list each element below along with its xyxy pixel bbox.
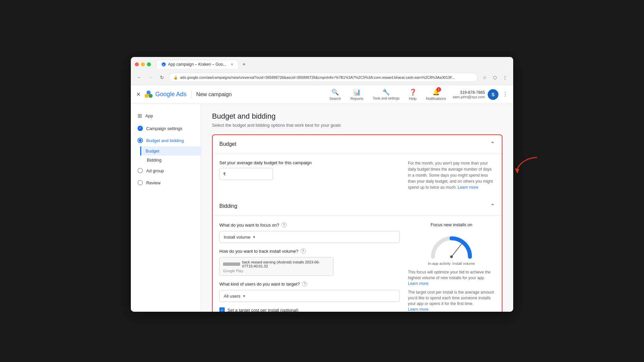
svg-text:A: A — [163, 63, 165, 66]
focus-dropdown-value: Install volume — [224, 235, 250, 240]
bidding-collapse-button[interactable]: ⌃ — [490, 202, 495, 210]
users-dropdown-value: All users — [224, 294, 240, 299]
red-arrow-annotation — [513, 154, 540, 176]
users-question: What kind of users do you want to target… — [219, 281, 400, 287]
budget-bidding-card: Budget ⌃ Set your average daily budget f… — [212, 134, 502, 312]
sidebar-item-app[interactable]: ⊞ App — [131, 109, 201, 122]
bidding-section-header[interactable]: Bidding ⌃ — [213, 197, 502, 216]
budget-section-header[interactable]: Budget ⌃ — [213, 135, 502, 154]
user-phone: 319-878-7865 — [453, 90, 485, 95]
budget-left-panel: Set your average daily budget for this c… — [219, 160, 400, 190]
sidebar-item-review[interactable]: Review — [131, 177, 201, 189]
target-cost-checkbox-row[interactable]: ✓ Set a target cost per install (optiona… — [219, 307, 400, 312]
maximize-traffic-light[interactable] — [147, 62, 151, 66]
gauge-label-right: Install volume — [452, 261, 475, 265]
budget-learn-more-link[interactable]: Learn more — [458, 185, 478, 190]
tab-close-button[interactable]: ✕ — [230, 62, 233, 67]
gauge-labels: In-app activity Install volume — [428, 261, 475, 265]
focus-description: This focus will optimize your bid to ach… — [408, 269, 495, 286]
sidebar-item-budget-bidding[interactable]: Budget and bidding — [131, 134, 201, 146]
users-help-icon[interactable]: ? — [302, 281, 307, 287]
bookmark-button[interactable]: ☆ — [480, 73, 489, 82]
help-label: Help — [409, 97, 417, 101]
budget-amount-field[interactable] — [227, 172, 269, 177]
focus-help-icon[interactable]: ? — [281, 222, 287, 228]
focus-question: What do you want to focus on? ? — [219, 222, 400, 228]
budget-bidding-radio — [138, 138, 143, 143]
svg-point-4 — [147, 90, 151, 95]
search-action[interactable]: 🔍 Search — [325, 87, 345, 102]
checkbox-label: Set a target cost per install (optional) — [227, 308, 299, 312]
svg-marker-7 — [515, 168, 519, 174]
forward-button: → — [146, 73, 155, 82]
ad-group-radio — [138, 168, 143, 173]
close-traffic-light[interactable] — [135, 62, 139, 66]
focus-learn-more-link[interactable]: Learn more — [408, 281, 428, 286]
bidding-left-panel: What do you want to focus on? ? Install … — [219, 222, 400, 312]
active-tab[interactable]: A App campaign – Kraken – Goo... ✕ — [156, 60, 238, 69]
user-avatar[interactable]: S — [488, 89, 498, 100]
track-help-icon[interactable]: ? — [301, 248, 306, 254]
address-actions: ☆ ⬡ ⋮ — [480, 73, 509, 82]
notification-badge: 1 — [436, 87, 441, 92]
users-dropdown[interactable]: All users ▼ — [219, 290, 400, 302]
reload-button[interactable]: ↻ — [158, 73, 166, 82]
app-icon: ⊞ — [138, 113, 142, 119]
sidebar-app-label: App — [145, 113, 153, 118]
minimize-traffic-light[interactable] — [141, 62, 145, 66]
budget-currency-symbol: ₹ — [223, 172, 226, 177]
track-input-field[interactable]: back reward earning (Android) installs 2… — [219, 257, 333, 276]
close-campaign-button[interactable]: ✕ — [136, 91, 141, 98]
user-section: 319-878-7865 sam.john@xyz.com S ⋮ — [453, 89, 508, 100]
reports-action[interactable]: 📊 Reports — [346, 87, 368, 102]
google-ads-label: Google Ads — [155, 91, 186, 98]
cost-description: The target cost per install is the avera… — [408, 290, 495, 312]
budget-section-title: Budget — [219, 141, 236, 147]
focus-dropdown[interactable]: Install volume ▼ — [219, 231, 400, 243]
more-button[interactable]: ⋮ — [500, 73, 509, 82]
tools-icon: 🔧 — [382, 88, 390, 96]
tab-bar: A App campaign – Kraken – Goo... ✕ + — [156, 60, 248, 69]
notifications-icon: 🔔 1 — [432, 88, 440, 96]
cost-desc-text: The target cost per install is the avera… — [408, 290, 495, 306]
back-button[interactable]: ← — [135, 73, 144, 82]
budget-collapse-button[interactable]: ⌃ — [490, 140, 495, 148]
sidebar-item-ad-group[interactable]: Ad group — [131, 165, 201, 177]
kebab-menu-button[interactable]: ⋮ — [502, 91, 508, 98]
header-divider — [191, 90, 192, 99]
help-icon: ❓ — [409, 88, 417, 96]
users-section: What kind of users do you want to target… — [219, 281, 400, 302]
page-subtitle: Select the budget and bidding options th… — [212, 123, 502, 128]
tab-title: App campaign – Kraken – Goo... — [168, 62, 226, 67]
review-radio — [138, 180, 143, 185]
extensions-button[interactable]: ⬡ — [490, 73, 499, 82]
sidebar-sub-bidding[interactable]: Bidding — [146, 156, 201, 165]
gauge-label-left: In-app activity — [428, 261, 451, 265]
svg-line-5 — [451, 244, 462, 257]
content-area: Budget and bidding Select the budget and… — [201, 104, 513, 312]
budget-field-label: Set your average daily budget for this c… — [219, 160, 400, 165]
campaign-settings-radio — [138, 126, 143, 131]
tools-action[interactable]: 🔧 Tools and settings — [369, 87, 404, 102]
reports-icon: 📊 — [353, 88, 361, 96]
help-action[interactable]: ❓ Help — [405, 87, 421, 102]
tab-favicon: A — [161, 62, 166, 67]
sidebar-item-campaign-settings[interactable]: Campaign settings — [131, 122, 201, 134]
address-input[interactable]: 🔒 ads.google.com/aw/campaigns/new/univer… — [169, 73, 478, 82]
sidebar-review-label: Review — [146, 180, 161, 185]
track-blurred-text — [223, 262, 240, 266]
track-subtitle: Google Play — [223, 269, 330, 273]
bidding-right-panel: Focus new installs on — [408, 222, 495, 312]
budget-amount-input[interactable]: ₹ — [219, 168, 273, 180]
cost-learn-more-link[interactable]: Learn more — [408, 307, 428, 312]
sidebar-budget-bidding-label: Budget and bidding — [146, 138, 184, 143]
new-tab-button[interactable]: + — [240, 60, 248, 68]
app-bar: ✕ Google Ads New campaign 🔍 Search 📊 Rep… — [131, 85, 513, 104]
sidebar-sub-budget[interactable]: Budget — [140, 146, 201, 156]
budget-info-text: For the month, you won't pay more than y… — [408, 161, 493, 190]
target-cost-checkbox[interactable]: ✓ — [219, 307, 225, 312]
gauge-container: Focus new installs on — [408, 222, 495, 312]
notifications-action[interactable]: 🔔 1 Notifications — [422, 87, 450, 102]
reports-label: Reports — [351, 97, 364, 101]
address-bar: ← → ↻ 🔒 ads.google.com/aw/campaigns/new/… — [131, 71, 513, 85]
